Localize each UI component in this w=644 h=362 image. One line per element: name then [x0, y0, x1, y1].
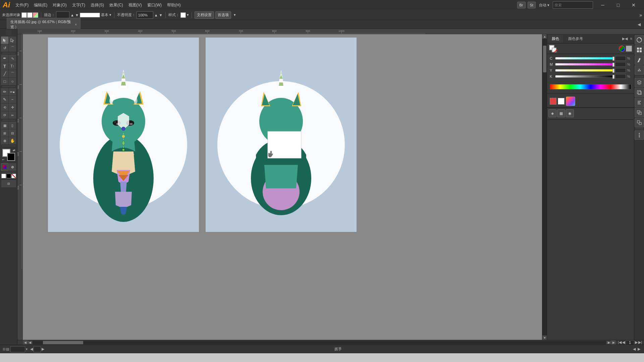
c-slider-thumb[interactable]	[612, 57, 614, 61]
document-setup-btn[interactable]: 文档设置	[195, 11, 214, 19]
none-btn[interactable]: ⊘	[9, 163, 16, 171]
layers-icon-btn[interactable]	[635, 78, 644, 87]
stock-btn[interactable]: St	[528, 2, 536, 8]
preferences-arrow[interactable]: ▾	[234, 13, 236, 17]
stroke-down-arrow[interactable]: ▼	[75, 13, 79, 17]
panel-menu-btn[interactable]: ≡	[629, 37, 633, 41]
tab-close-btn[interactable]: ×	[75, 23, 77, 26]
page-nav-last[interactable]: ▶|	[638, 340, 642, 345]
symbols-icon-btn[interactable]: ⁂	[635, 65, 644, 75]
maximize-btn[interactable]: □	[610, 0, 626, 10]
graph-tool[interactable]: ▦	[1, 122, 8, 129]
k-value-input[interactable]: 0	[615, 74, 626, 79]
appearance-panel-btn[interactable]: ◈	[548, 109, 556, 117]
m-value-input[interactable]: 0	[615, 62, 626, 67]
hscroll-right-btn[interactable]: ▶	[611, 340, 616, 345]
menu-edit[interactable]: 编辑(E)	[33, 2, 49, 8]
hscroll-left2-btn[interactable]: ◀	[28, 341, 32, 344]
color-tab[interactable]: 颜色	[548, 35, 564, 43]
c-slider-track[interactable]	[555, 57, 614, 60]
menu-help[interactable]: 帮助(H)	[166, 2, 182, 8]
vscroll-up-btn[interactable]: ▲	[542, 34, 547, 39]
close-btn[interactable]: ✕	[626, 0, 641, 10]
menu-text[interactable]: 文字(T)	[71, 2, 87, 8]
k-slider-track[interactable]	[555, 75, 614, 78]
graphic-styles-panel-btn[interactable]: ◉	[566, 109, 574, 117]
menu-window[interactable]: 窗口(W)	[146, 2, 163, 8]
m-slider-thumb[interactable]	[612, 63, 614, 67]
zoom-input[interactable]: 66.67%	[10, 346, 25, 352]
ellipse-tool[interactable]: ○	[9, 78, 16, 85]
blob-brush-tool[interactable]: ✏●	[9, 88, 16, 96]
smooth-tool[interactable]: ~	[9, 96, 16, 103]
extra-panel-btn[interactable]	[635, 130, 644, 140]
pencil-tool[interactable]: ✎	[1, 96, 8, 103]
black-fill-btn[interactable]	[6, 174, 11, 178]
menu-select[interactable]: 选择(S)	[89, 2, 105, 8]
touch-type-tool[interactable]: T↑	[9, 62, 16, 70]
tab-collapse-btn[interactable]: ◀	[636, 22, 643, 27]
canvas-area[interactable]: ✝ ✝	[23, 34, 547, 340]
color-picker-icon[interactable]	[566, 97, 575, 106]
bottom-scrollbar[interactable]: ◀ ◀ ▶ ▶ |◀ ◀ ▶ ▶|	[17, 340, 644, 345]
status-next-btn[interactable]: ▶	[42, 347, 44, 351]
menu-view[interactable]: 视图(V)	[127, 2, 143, 8]
artboards-icon-btn[interactable]	[635, 88, 644, 97]
m-slider-track[interactable]	[555, 63, 614, 66]
swatches-panel-btn[interactable]: ▦	[557, 109, 565, 117]
workspace-dropdown[interactable]: 自动 ▾	[538, 3, 551, 8]
page-nav-prev[interactable]: ◀	[622, 340, 625, 345]
slice-tool[interactable]: ⊟	[9, 129, 16, 137]
grayscale-icon[interactable]	[626, 46, 632, 52]
color-mode-btn[interactable]	[1, 163, 8, 171]
vscroll-thumb[interactable]	[543, 46, 546, 72]
transform-tool[interactable]: ⟲	[1, 104, 8, 111]
stroke-dropdown-arrow[interactable]: ▾	[109, 13, 111, 17]
hscroll-right2-btn[interactable]: ▶	[606, 341, 611, 344]
nav-last-btn[interactable]: ▶	[637, 347, 641, 351]
preferences-btn[interactable]: 首选项	[215, 11, 231, 19]
nav-first-btn[interactable]: ◀	[632, 347, 637, 351]
line-tool[interactable]: ╱	[1, 70, 8, 77]
rotate-pattern-tool[interactable]: ⟳	[1, 111, 8, 119]
k-slider-thumb[interactable]	[612, 75, 614, 79]
y-slider-thumb[interactable]	[612, 69, 614, 73]
vscroll-down-btn[interactable]: ▼	[542, 335, 547, 340]
hscroll-thumb[interactable]	[43, 341, 83, 344]
curvature-tool[interactable]: ∿	[9, 55, 16, 62]
menu-object[interactable]: 对象(O)	[51, 2, 68, 8]
y-slider-track[interactable]	[555, 69, 614, 72]
blend-tool[interactable]: ∞	[9, 111, 16, 119]
transform-icon-btn[interactable]	[635, 118, 644, 127]
page-nav-next[interactable]: ▶	[635, 340, 638, 345]
opacity-down[interactable]: ▼	[159, 13, 163, 17]
white-swatch[interactable]	[558, 98, 565, 105]
direct-selection-tool[interactable]	[9, 37, 16, 44]
color-panel-icon-btn[interactable]	[635, 35, 644, 45]
white-fill-btn[interactable]	[1, 174, 6, 178]
column-graph-tool[interactable]: ▯	[9, 122, 16, 129]
shape-tool[interactable]: □	[1, 78, 8, 85]
puppet-warp-tool[interactable]: ✛	[9, 104, 16, 111]
pen-tool[interactable]: ✒	[1, 55, 8, 62]
paintbrush-tool[interactable]: ✏	[1, 88, 8, 96]
stroke-up-arrow[interactable]: ▲	[70, 13, 74, 17]
panel-expand-arrow[interactable]: ▶◀	[621, 37, 629, 41]
page-nav-first[interactable]: |◀	[618, 340, 622, 345]
bridge-btn[interactable]: Br	[517, 2, 526, 8]
style-dropdown-arrow[interactable]: ▾	[187, 13, 189, 17]
menu-file[interactable]: 文件(F)	[14, 2, 30, 8]
arc-tool[interactable]: ⌒	[9, 70, 16, 77]
menu-effects[interactable]: 效果(C)	[108, 2, 124, 8]
none-fill-btn[interactable]	[11, 174, 16, 178]
stroke-fill-indicator[interactable]	[549, 45, 556, 52]
color-reference-tab[interactable]: 颜色参考	[564, 35, 587, 43]
c-value-input[interactable]: 0	[615, 56, 626, 61]
selection-tool[interactable]	[1, 37, 8, 44]
rotate-tool[interactable]: ↺	[1, 44, 8, 52]
page-number-input[interactable]	[626, 340, 634, 345]
color-indicator[interactable]	[33, 12, 38, 18]
opacity-up[interactable]: ▲	[154, 13, 158, 17]
opacity-input[interactable]	[137, 11, 153, 19]
y-value-input[interactable]: 0	[615, 68, 626, 73]
